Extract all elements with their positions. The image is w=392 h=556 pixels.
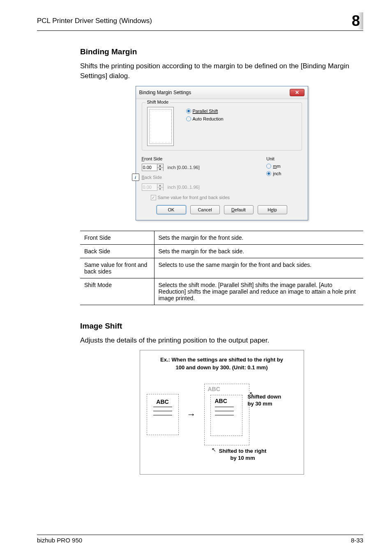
radio-parallel-label: Parallel Shift	[193, 109, 218, 114]
same-value-checkbox: ✓ Same value for front and back sides	[151, 195, 302, 200]
radio-auto-label: Auto Reduction	[193, 116, 224, 121]
header-title: PCL Printer Driver Setting (Windows)	[37, 17, 152, 25]
unit-inch-label: inch	[273, 171, 281, 176]
close-button[interactable]: ✕	[290, 89, 304, 96]
page-footer: bizhub PRO 950 8-33	[37, 535, 363, 544]
table-row: Back Side Sets the margin for the back s…	[80, 244, 363, 258]
dialog-title: Binding Margin Settings	[139, 90, 191, 95]
checkbox-checked-icon: ✓	[151, 195, 156, 200]
table-cell-desc: Selects to use the same margin for the f…	[154, 258, 363, 278]
binding-margin-dialog: Binding Margin Settings ✕ Shift Mode	[136, 86, 308, 220]
spinner-down-icon: ▼	[157, 188, 163, 191]
settings-description-table: Front Side Sets the margin for the front…	[80, 231, 363, 305]
radio-parallel-shift[interactable]: Parallel Shift	[186, 109, 224, 114]
section-body-image-shift: Adjusts the details of the printing posi…	[80, 336, 363, 345]
radio-selected-icon	[186, 109, 191, 114]
abc-ghost-text: ABC	[208, 386, 220, 392]
image-shift-illustration: Ex.: When the settings are shifted to th…	[140, 350, 304, 474]
table-row: Same value for front and back sides Sele…	[80, 258, 363, 278]
table-cell-desc: Selects the shift mode. [Parallel Shift]…	[154, 278, 363, 305]
illustration-title: Ex.: When the settings are shifted to th…	[147, 356, 297, 371]
chapter-number: 8	[348, 12, 363, 30]
help-button[interactable]: Help	[258, 205, 287, 214]
back-side-input	[142, 184, 157, 190]
ok-button[interactable]: OK	[157, 205, 186, 214]
radio-selected-icon	[266, 171, 271, 176]
spinner-down-icon[interactable]: ▼	[157, 168, 163, 171]
default-button[interactable]: Default	[224, 205, 254, 214]
front-range-text: inch [0.00..1.96]	[168, 165, 200, 170]
footer-page-number: 8-33	[351, 537, 363, 544]
annotation-shifted-right: Shifted to the right by 10 mm	[206, 448, 280, 462]
shift-mode-legend: Shift Mode	[145, 100, 171, 104]
back-side-label: Back Side	[142, 175, 162, 180]
table-cell-name: Shift Mode	[80, 278, 154, 305]
section-heading-image-shift: Image Shift	[80, 322, 363, 331]
table-row: Shift Mode Selects the shift mode. [Para…	[80, 278, 363, 305]
table-cell-name: Front Side	[80, 231, 154, 244]
back-side-spinner: ▲ ▼	[142, 183, 164, 191]
page-after-outer: ABC ABC ↖	[204, 384, 249, 445]
front-side-label: Front Side	[142, 156, 200, 161]
radio-unselected-icon	[266, 164, 271, 169]
dialog-titlebar: Binding Margin Settings ✕	[136, 86, 308, 99]
same-value-label: Same value for front and back sides	[158, 195, 230, 200]
footer-product: bizhub PRO 950	[37, 537, 82, 544]
info-icon: i	[132, 174, 139, 181]
section-heading-binding-margin: Binding Margin	[80, 47, 363, 56]
table-cell-desc: Sets the margin for the front side.	[154, 231, 363, 244]
spinner-up-icon: ▲	[157, 184, 163, 188]
abc-text: ABC	[156, 398, 168, 405]
table-cell-name: Same value for front and back sides	[80, 258, 154, 278]
cancel-button[interactable]: Cancel	[190, 205, 220, 214]
close-icon: ✕	[295, 90, 299, 95]
shift-preview	[147, 107, 174, 146]
abc-text: ABC	[215, 398, 227, 404]
table-cell-name: Back Side	[80, 244, 154, 258]
front-side-spinner[interactable]: ▲ ▼	[142, 164, 164, 171]
front-side-input[interactable]	[142, 164, 157, 171]
shift-mode-fieldset: Shift Mode Parallel Shift	[142, 102, 302, 151]
table-row: Front Side Sets the margin for the front…	[80, 231, 363, 244]
section-body-binding-margin: Shifts the printing position according t…	[80, 61, 363, 81]
spinner-up-icon[interactable]: ▲	[157, 164, 163, 168]
unit-mm-label: mm	[273, 164, 280, 169]
table-cell-desc: Sets the margin for the back side.	[154, 244, 363, 258]
page-after-inner: ABC	[210, 395, 242, 436]
arrow-right-icon: →	[187, 409, 196, 420]
radio-auto-reduction[interactable]: Auto Reduction	[186, 116, 224, 121]
radio-unselected-icon	[186, 116, 191, 121]
unit-label: Unit	[266, 156, 281, 161]
page-before: ABC	[147, 394, 179, 435]
annotation-shifted-down: Shifted down by 30 mm	[248, 394, 297, 408]
back-range-text: inch [0.00..1.96]	[168, 185, 200, 190]
radio-unit-inch[interactable]: inch	[266, 171, 281, 176]
radio-unit-mm[interactable]: mm	[266, 164, 281, 169]
